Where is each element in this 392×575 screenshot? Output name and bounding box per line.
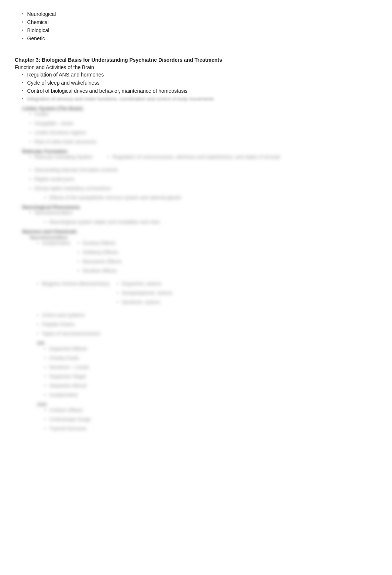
section-heading: Function and Activities of the Brain xyxy=(15,64,377,70)
list-item-blurred-1: Integration of sensory and motor functio… xyxy=(22,96,377,103)
list-item-ans: Regulation of ANS and hormones xyxy=(22,72,377,78)
list-item-label: Biological xyxy=(27,27,49,33)
list-item-label: Control of biological drives and behavio… xyxy=(27,88,188,94)
list-item-label: Chemical xyxy=(27,19,49,25)
list-item-biological: Biological xyxy=(22,27,377,33)
list-item-label: Neurological xyxy=(27,11,56,17)
list-item-chemical: Chemical xyxy=(22,19,377,25)
blurred-bullet-text: Integration of sensory and motor functio… xyxy=(27,96,214,102)
chapter-heading: Chapter 3: Biological Basis for Understa… xyxy=(15,57,377,63)
list-item-label: Cycle of sleep and wakefulness xyxy=(27,80,100,86)
list-item-sleep: Cycle of sleep and wakefulness xyxy=(22,80,377,86)
list-item-label: Genetic xyxy=(27,35,45,41)
list-item-label: Regulation of ANS and hormones xyxy=(27,72,104,78)
list-item-homeostasis: Control of biological drives and behavio… xyxy=(22,88,377,94)
section-bullet-list: Regulation of ANS and hormones Cycle of … xyxy=(15,72,377,103)
list-item-genetic: Genetic xyxy=(22,35,377,41)
blurred-section-1: Limbic System (The Brain) Cortex Amygdal… xyxy=(15,105,377,433)
initial-bullet-list: Neurological Chemical Biological Genetic xyxy=(15,11,377,41)
list-item-neurological: Neurological xyxy=(22,11,377,17)
